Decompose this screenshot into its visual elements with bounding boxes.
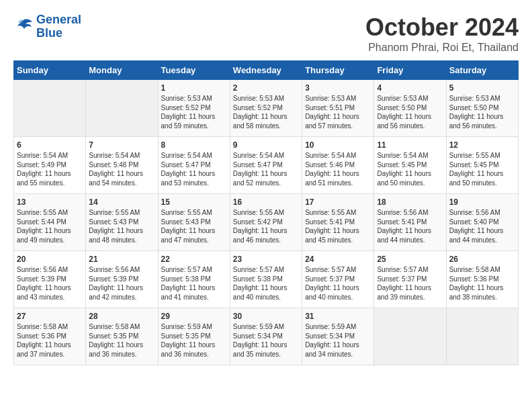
day-number: 9 xyxy=(233,140,299,150)
calendar-cell: 14Sunrise: 5:55 AM Sunset: 5:43 PM Dayli… xyxy=(86,194,158,251)
calendar-cell: 20Sunrise: 5:56 AM Sunset: 5:39 PM Dayli… xyxy=(14,251,86,308)
calendar-week-row: 20Sunrise: 5:56 AM Sunset: 5:39 PM Dayli… xyxy=(14,251,519,308)
day-number: 6 xyxy=(17,140,83,150)
day-number: 28 xyxy=(89,312,154,321)
calendar-week-row: 13Sunrise: 5:55 AM Sunset: 5:44 PM Dayli… xyxy=(14,194,519,251)
day-number: 11 xyxy=(377,140,443,150)
day-number: 18 xyxy=(377,197,443,207)
calendar-cell: 2Sunrise: 5:53 AM Sunset: 5:52 PM Daylig… xyxy=(230,80,302,137)
calendar-cell: 30Sunrise: 5:59 AM Sunset: 5:34 PM Dayli… xyxy=(230,308,302,365)
day-number: 3 xyxy=(305,83,371,93)
day-info: Sunrise: 5:53 AM Sunset: 5:52 PM Dayligh… xyxy=(161,94,227,130)
calendar-cell: 19Sunrise: 5:56 AM Sunset: 5:40 PM Dayli… xyxy=(446,194,518,251)
day-info: Sunrise: 5:55 AM Sunset: 5:42 PM Dayligh… xyxy=(233,208,299,244)
day-number: 10 xyxy=(305,140,371,150)
day-number: 4 xyxy=(377,83,443,93)
day-number: 2 xyxy=(233,83,299,93)
day-number: 15 xyxy=(161,197,227,207)
day-number: 12 xyxy=(449,140,515,150)
calendar-cell: 10Sunrise: 5:54 AM Sunset: 5:46 PM Dayli… xyxy=(302,137,374,194)
day-info: Sunrise: 5:53 AM Sunset: 5:51 PM Dayligh… xyxy=(305,94,371,130)
calendar-cell: 13Sunrise: 5:55 AM Sunset: 5:44 PM Dayli… xyxy=(14,194,86,251)
day-info: Sunrise: 5:54 AM Sunset: 5:45 PM Dayligh… xyxy=(377,151,443,187)
day-number: 19 xyxy=(449,197,515,207)
calendar-cell: 11Sunrise: 5:54 AM Sunset: 5:45 PM Dayli… xyxy=(374,137,446,194)
day-info: Sunrise: 5:57 AM Sunset: 5:37 PM Dayligh… xyxy=(305,265,371,302)
day-info: Sunrise: 5:54 AM Sunset: 5:47 PM Dayligh… xyxy=(161,151,227,187)
day-number: 13 xyxy=(17,197,83,207)
day-info: Sunrise: 5:56 AM Sunset: 5:41 PM Dayligh… xyxy=(377,208,443,244)
calendar-cell xyxy=(446,308,518,365)
day-info: Sunrise: 5:53 AM Sunset: 5:50 PM Dayligh… xyxy=(377,94,443,130)
day-number: 8 xyxy=(161,140,227,150)
calendar-cell xyxy=(86,80,158,137)
day-number: 24 xyxy=(305,255,371,264)
calendar-cell: 21Sunrise: 5:56 AM Sunset: 5:39 PM Dayli… xyxy=(86,251,158,308)
day-info: Sunrise: 5:53 AM Sunset: 5:52 PM Dayligh… xyxy=(233,94,299,130)
title-area: October 2024 Phanom Phrai, Roi Et, Thail… xyxy=(365,13,519,54)
weekday-header-saturday: Saturday xyxy=(446,61,518,80)
month-title: October 2024 xyxy=(365,13,519,42)
calendar-week-row: 6Sunrise: 5:54 AM Sunset: 5:49 PM Daylig… xyxy=(14,137,519,194)
calendar-cell: 16Sunrise: 5:55 AM Sunset: 5:42 PM Dayli… xyxy=(230,194,302,251)
day-number: 14 xyxy=(89,197,154,207)
calendar-cell: 9Sunrise: 5:54 AM Sunset: 5:47 PM Daylig… xyxy=(230,137,302,194)
weekday-header-friday: Friday xyxy=(374,61,446,80)
day-number: 5 xyxy=(449,83,515,93)
day-info: Sunrise: 5:53 AM Sunset: 5:50 PM Dayligh… xyxy=(449,94,515,130)
day-info: Sunrise: 5:59 AM Sunset: 5:35 PM Dayligh… xyxy=(161,322,227,359)
logo-text: General Blue xyxy=(36,13,81,40)
calendar-cell: 15Sunrise: 5:55 AM Sunset: 5:43 PM Dayli… xyxy=(158,194,230,251)
day-number: 1 xyxy=(161,83,227,93)
day-info: Sunrise: 5:58 AM Sunset: 5:36 PM Dayligh… xyxy=(449,265,515,302)
calendar-week-row: 1Sunrise: 5:53 AM Sunset: 5:52 PM Daylig… xyxy=(14,80,519,137)
day-number: 23 xyxy=(233,255,299,264)
calendar-week-row: 27Sunrise: 5:58 AM Sunset: 5:36 PM Dayli… xyxy=(14,308,519,365)
calendar-cell: 6Sunrise: 5:54 AM Sunset: 5:49 PM Daylig… xyxy=(14,137,86,194)
day-number: 7 xyxy=(89,140,154,150)
calendar-cell: 12Sunrise: 5:55 AM Sunset: 5:45 PM Dayli… xyxy=(446,137,518,194)
weekday-header-wednesday: Wednesday xyxy=(230,61,302,80)
day-info: Sunrise: 5:59 AM Sunset: 5:34 PM Dayligh… xyxy=(233,322,299,359)
day-info: Sunrise: 5:56 AM Sunset: 5:39 PM Dayligh… xyxy=(89,265,154,302)
weekday-header-tuesday: Tuesday xyxy=(158,61,230,80)
calendar-cell: 7Sunrise: 5:54 AM Sunset: 5:48 PM Daylig… xyxy=(86,137,158,194)
day-info: Sunrise: 5:57 AM Sunset: 5:38 PM Dayligh… xyxy=(233,265,299,302)
calendar-cell xyxy=(14,80,86,137)
calendar-cell: 24Sunrise: 5:57 AM Sunset: 5:37 PM Dayli… xyxy=(302,251,374,308)
calendar-cell: 26Sunrise: 5:58 AM Sunset: 5:36 PM Dayli… xyxy=(446,251,518,308)
calendar-cell: 8Sunrise: 5:54 AM Sunset: 5:47 PM Daylig… xyxy=(158,137,230,194)
calendar-cell: 31Sunrise: 5:59 AM Sunset: 5:34 PM Dayli… xyxy=(302,308,374,365)
calendar-cell: 28Sunrise: 5:58 AM Sunset: 5:35 PM Dayli… xyxy=(86,308,158,365)
day-info: Sunrise: 5:58 AM Sunset: 5:36 PM Dayligh… xyxy=(17,322,83,359)
day-info: Sunrise: 5:57 AM Sunset: 5:38 PM Dayligh… xyxy=(161,265,227,302)
day-info: Sunrise: 5:56 AM Sunset: 5:40 PM Dayligh… xyxy=(449,208,515,244)
calendar-cell xyxy=(374,308,446,365)
day-number: 31 xyxy=(305,312,371,321)
calendar-cell: 5Sunrise: 5:53 AM Sunset: 5:50 PM Daylig… xyxy=(446,80,518,137)
day-number: 17 xyxy=(305,197,371,207)
day-number: 22 xyxy=(161,255,227,264)
logo: General Blue xyxy=(13,13,81,40)
weekday-header-sunday: Sunday xyxy=(14,61,86,80)
weekday-header-thursday: Thursday xyxy=(302,61,374,80)
weekday-header-monday: Monday xyxy=(86,61,158,80)
day-info: Sunrise: 5:55 AM Sunset: 5:43 PM Dayligh… xyxy=(89,208,154,244)
day-info: Sunrise: 5:55 AM Sunset: 5:44 PM Dayligh… xyxy=(17,208,83,244)
day-number: 26 xyxy=(449,255,515,264)
day-number: 21 xyxy=(89,255,154,264)
day-info: Sunrise: 5:54 AM Sunset: 5:49 PM Dayligh… xyxy=(17,151,83,187)
calendar-cell: 1Sunrise: 5:53 AM Sunset: 5:52 PM Daylig… xyxy=(158,80,230,137)
day-number: 16 xyxy=(233,197,299,207)
day-info: Sunrise: 5:54 AM Sunset: 5:46 PM Dayligh… xyxy=(305,151,371,187)
calendar-cell: 27Sunrise: 5:58 AM Sunset: 5:36 PM Dayli… xyxy=(14,308,86,365)
header: General Blue October 2024 Phanom Phrai, … xyxy=(13,13,519,54)
day-info: Sunrise: 5:57 AM Sunset: 5:37 PM Dayligh… xyxy=(377,265,443,302)
day-info: Sunrise: 5:55 AM Sunset: 5:45 PM Dayligh… xyxy=(449,151,515,187)
calendar-cell: 25Sunrise: 5:57 AM Sunset: 5:37 PM Dayli… xyxy=(374,251,446,308)
day-info: Sunrise: 5:59 AM Sunset: 5:34 PM Dayligh… xyxy=(305,322,371,359)
day-info: Sunrise: 5:54 AM Sunset: 5:48 PM Dayligh… xyxy=(89,151,154,187)
location-subtitle: Phanom Phrai, Roi Et, Thailand xyxy=(365,42,519,54)
calendar-cell: 18Sunrise: 5:56 AM Sunset: 5:41 PM Dayli… xyxy=(374,194,446,251)
day-info: Sunrise: 5:55 AM Sunset: 5:43 PM Dayligh… xyxy=(161,208,227,244)
